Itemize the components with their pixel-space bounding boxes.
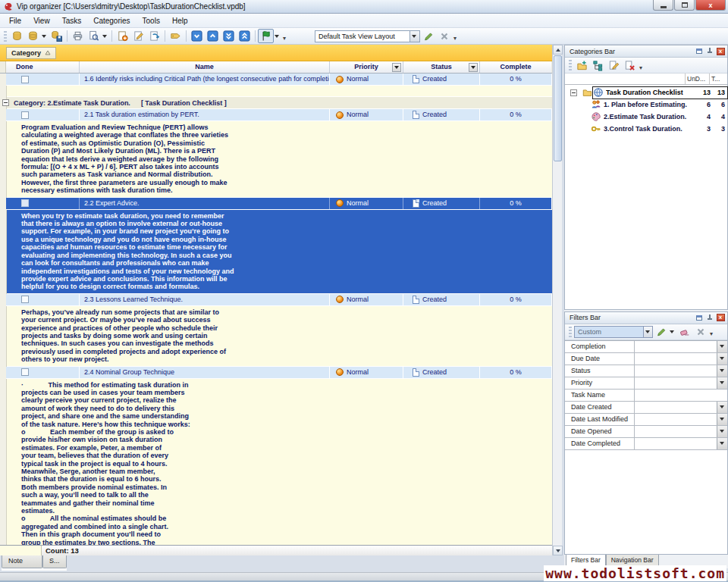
layout-select-dropdown-icon[interactable] — [410, 30, 420, 42]
task-name-cell[interactable]: 1.6 Identify risks including Critical Pa… — [80, 74, 330, 85]
flag-icon[interactable] — [258, 29, 274, 43]
tab-note[interactable]: Note — [2, 555, 42, 568]
toolbar-overflow-icon[interactable]: ▾ — [453, 35, 457, 42]
open-database-icon-dropdown[interactable] — [42, 35, 46, 38]
edit-layout-icon[interactable] — [420, 29, 436, 43]
toolbar-overflow-icon[interactable]: ▾ — [710, 330, 713, 337]
task-done-checkbox[interactable] — [21, 111, 29, 119]
filter-value-date-completed[interactable] — [635, 438, 717, 449]
print-preview-icon-dropdown[interactable] — [102, 35, 107, 38]
column-header-undone[interactable]: UnD... — [685, 74, 709, 84]
edit-filter-icon[interactable] — [653, 324, 669, 339]
task-name-cell[interactable]: 2.2 Expert Advice. — [80, 198, 330, 209]
move-top-icon[interactable] — [237, 29, 253, 43]
eraser-icon[interactable] — [676, 324, 692, 339]
column-header-priority[interactable]: Priority — [330, 61, 403, 73]
filter-value-date-created[interactable] — [635, 402, 717, 413]
panel-restore-icon[interactable] — [695, 314, 704, 322]
edit-filter-icon-dropdown[interactable] — [670, 330, 674, 333]
comment-icon[interactable] — [168, 29, 184, 43]
new-database-icon[interactable] — [9, 29, 25, 43]
priority-filter-dropdown-icon[interactable] — [392, 63, 401, 72]
panel-close-icon[interactable]: x — [716, 47, 725, 55]
collapse-icon[interactable] — [2, 99, 9, 106]
category-tree-item[interactable]: 2.Estimate Task Duration.44 — [565, 111, 727, 123]
scroll-down-icon[interactable] — [553, 546, 563, 555]
close-icon[interactable]: x — [695, 0, 726, 11]
task-row[interactable]: 2.3 Lessons Learned Technique.NormalCrea… — [6, 294, 552, 306]
table-scrollbar[interactable] — [552, 45, 562, 555]
column-header-complete[interactable]: Complete — [480, 61, 551, 73]
print-preview-icon[interactable] — [86, 29, 102, 43]
edit-task-icon[interactable] — [130, 29, 146, 43]
filter-dropdown-icon-date-created[interactable] — [717, 402, 727, 413]
new-category-icon[interactable] — [574, 58, 590, 73]
task-done-checkbox[interactable] — [21, 368, 29, 376]
category-tree-item[interactable]: 3.Control Task Duration.33 — [565, 123, 727, 135]
column-header-done[interactable]: Done — [6, 61, 80, 73]
delete-category-icon[interactable] — [622, 58, 638, 73]
column-header-name[interactable]: Name — [80, 61, 330, 73]
save-database-icon[interactable] — [49, 29, 64, 43]
scroll-up-icon[interactable] — [553, 45, 563, 55]
collapse-icon[interactable] — [570, 89, 577, 96]
filter-value-priority[interactable] — [635, 377, 717, 389]
task-name-cell[interactable]: 2.3 Lessons Learned Technique. — [80, 294, 330, 305]
filter-value-due-date[interactable] — [635, 353, 717, 365]
panel-pin-icon[interactable] — [705, 47, 714, 55]
toolbar-overflow-icon[interactable]: ▾ — [639, 64, 642, 71]
open-database-icon[interactable] — [25, 29, 41, 43]
delete-task-icon[interactable] — [146, 29, 162, 43]
column-header-total[interactable]: T... — [709, 74, 727, 84]
filter-dropdown-icon-priority[interactable] — [717, 377, 727, 389]
task-done-checkbox[interactable] — [21, 76, 29, 83]
tab-s[interactable]: S... — [42, 555, 67, 568]
filter-value-completion[interactable] — [635, 341, 717, 352]
category-tree-item[interactable]: Task Duration Checklist1313 — [565, 86, 727, 99]
task-row[interactable]: 2.2 Expert Advice.NormalCreated0 % — [6, 198, 552, 210]
minimize-icon[interactable] — [653, 0, 673, 11]
filter-dropdown-icon-date-last-modified[interactable] — [717, 414, 727, 425]
filter-dropdown-icon-status[interactable] — [717, 365, 727, 377]
filter-preset-dropdown-icon[interactable] — [644, 326, 653, 338]
task-done-checkbox[interactable] — [21, 199, 29, 207]
task-name-cell[interactable]: 2.1 Task duration estimation by PERT. — [80, 109, 330, 120]
filter-value-task-name[interactable] — [635, 390, 727, 401]
panel-restore-icon[interactable] — [695, 47, 704, 55]
category-group-row[interactable]: Category: 2.Estimate Task Duration.[ Tas… — [0, 97, 552, 109]
menu-item-view[interactable]: View — [27, 15, 56, 27]
maximize-icon[interactable] — [674, 0, 695, 11]
clear-filter-icon[interactable] — [692, 324, 708, 339]
task-row[interactable]: 2.4 Nominal Group TechniqueNormalCreated… — [6, 367, 552, 379]
flag-icon-dropdown[interactable] — [275, 35, 279, 38]
group-by-category-button[interactable]: Category — [6, 47, 56, 59]
panel-pin-icon[interactable] — [705, 314, 714, 322]
filter-value-date-opened[interactable] — [635, 426, 717, 437]
filter-value-date-last-modified[interactable] — [635, 414, 717, 425]
category-tree-item[interactable]: 1. Plan before Estimating.66 — [565, 99, 727, 111]
new-task-icon[interactable] — [115, 29, 130, 43]
print-icon[interactable] — [70, 29, 86, 43]
menu-item-tasks[interactable]: Tasks — [56, 15, 88, 27]
filter-dropdown-icon-date-opened[interactable] — [717, 426, 727, 437]
menu-item-tools[interactable]: Tools — [136, 15, 166, 27]
toolbar-overflow-icon[interactable]: ▾ — [283, 35, 286, 42]
task-name-cell[interactable]: 2.4 Nominal Group Technique — [80, 367, 330, 378]
column-header-status[interactable]: Status — [403, 61, 480, 73]
move-up-icon[interactable] — [205, 29, 221, 43]
filter-preset-select[interactable]: Custom — [574, 326, 644, 338]
layout-select[interactable]: Default Task View Layout — [315, 30, 410, 42]
move-bottom-icon[interactable] — [221, 29, 237, 43]
scrollbar-thumb[interactable] — [554, 55, 562, 161]
menu-item-file[interactable]: File — [3, 15, 27, 27]
filter-dropdown-icon-date-completed[interactable] — [717, 438, 727, 449]
categories-tree-icon[interactable] — [590, 58, 606, 73]
task-row[interactable]: 1.6 Identify risks including Critical Pa… — [6, 74, 552, 86]
menu-item-categories[interactable]: Categories — [87, 15, 136, 27]
filter-value-status[interactable] — [635, 365, 717, 377]
edit-category-icon[interactable] — [606, 58, 622, 73]
status-filter-dropdown-icon[interactable] — [469, 63, 478, 72]
task-done-checkbox[interactable] — [21, 296, 29, 303]
move-down-icon[interactable] — [189, 29, 205, 43]
filter-dropdown-icon-completion[interactable] — [717, 341, 727, 352]
